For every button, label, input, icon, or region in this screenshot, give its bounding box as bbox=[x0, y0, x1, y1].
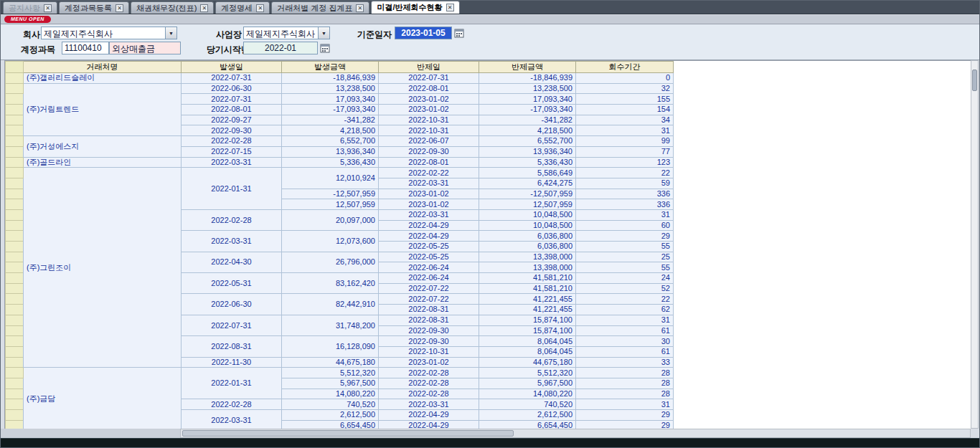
vertical-scrollbar[interactable] bbox=[971, 60, 979, 429]
row-selector[interactable] bbox=[6, 346, 24, 357]
table-cell[interactable]: 2022-08-31 bbox=[379, 315, 479, 325]
table-cell[interactable]: 2022-10-31 bbox=[379, 346, 479, 357]
table-cell[interactable]: 2022-08-01 bbox=[379, 83, 479, 94]
table-cell[interactable]: 6,654,450 bbox=[282, 420, 379, 429]
table-cell[interactable]: 6,424,275 bbox=[479, 178, 576, 189]
table-cell[interactable]: 24 bbox=[576, 273, 674, 284]
column-header[interactable]: 발생금액 bbox=[282, 62, 379, 73]
table-cell[interactable]: 52 bbox=[576, 283, 674, 294]
table-cell[interactable]: 61 bbox=[576, 325, 674, 336]
table-cell[interactable]: 2022-02-28 bbox=[379, 389, 479, 399]
table-cell[interactable]: 14,080,220 bbox=[282, 389, 379, 399]
table-cell[interactable]: 31 bbox=[576, 399, 674, 410]
table-cell[interactable]: (주)거림트렌드 bbox=[24, 83, 182, 135]
table-cell[interactable]: (주)거성에스지 bbox=[24, 136, 182, 157]
row-selector[interactable] bbox=[6, 199, 24, 210]
table-cell[interactable]: 77 bbox=[576, 146, 674, 157]
row-selector[interactable] bbox=[6, 399, 24, 410]
table-cell[interactable]: 155 bbox=[576, 94, 674, 105]
table-cell[interactable]: 44,675,180 bbox=[479, 357, 576, 368]
table-cell[interactable]: 2022-06-30 bbox=[182, 294, 282, 315]
table-cell[interactable]: -17,093,340 bbox=[282, 105, 379, 115]
table-cell[interactable]: 13,936,340 bbox=[282, 146, 379, 157]
row-selector[interactable] bbox=[6, 94, 24, 105]
table-cell[interactable]: -12,507,959 bbox=[282, 189, 379, 199]
row-selector[interactable] bbox=[6, 283, 24, 294]
row-selector[interactable] bbox=[6, 378, 24, 389]
tab-2[interactable]: 채권채무장(전표)✕ bbox=[131, 1, 214, 14]
table-cell[interactable]: 55 bbox=[576, 262, 674, 273]
table-cell[interactable]: 29 bbox=[576, 231, 674, 242]
table-cell[interactable]: 13,238,500 bbox=[479, 83, 576, 94]
row-selector[interactable] bbox=[6, 146, 24, 157]
row-selector[interactable] bbox=[6, 168, 24, 178]
table-cell[interactable]: 29 bbox=[576, 410, 674, 421]
row-selector[interactable] bbox=[6, 389, 24, 399]
table-cell[interactable]: 2022-02-28 bbox=[182, 209, 282, 230]
table-cell[interactable]: 2022-03-31 bbox=[379, 399, 479, 410]
company-select[interactable]: 제일제지주식회사 ▼ bbox=[41, 27, 177, 39]
table-cell[interactable]: 13,398,000 bbox=[479, 252, 576, 262]
calendar-icon[interactable] bbox=[320, 43, 330, 53]
table-cell[interactable]: 17,093,340 bbox=[479, 94, 576, 105]
table-cell[interactable]: 62 bbox=[576, 305, 674, 315]
table-cell[interactable]: 41,581,210 bbox=[479, 273, 576, 284]
table-cell[interactable]: 28 bbox=[576, 389, 674, 399]
table-cell[interactable]: 34 bbox=[576, 115, 674, 125]
column-header[interactable]: 반제금액 bbox=[479, 62, 576, 73]
table-cell[interactable]: 2022-09-30 bbox=[182, 125, 282, 136]
table-cell[interactable]: 2023-01-02 bbox=[379, 105, 479, 115]
row-selector[interactable] bbox=[6, 189, 24, 199]
table-cell[interactable]: 2022-01-31 bbox=[182, 168, 282, 210]
row-selector[interactable] bbox=[6, 83, 24, 94]
table-cell[interactable]: 2022-09-30 bbox=[379, 146, 479, 157]
select-all-header[interactable] bbox=[6, 62, 24, 73]
vertical-scrollbar-thumb[interactable] bbox=[972, 70, 977, 91]
column-header[interactable]: 회수기간 bbox=[576, 62, 674, 73]
table-cell[interactable]: 2023-01-02 bbox=[379, 357, 479, 368]
table-cell[interactable]: 2022-07-15 bbox=[182, 146, 282, 157]
table-cell[interactable]: 2022-06-24 bbox=[379, 273, 479, 284]
table-cell[interactable]: 2022-04-29 bbox=[379, 410, 479, 421]
chevron-down-icon[interactable]: ▼ bbox=[165, 27, 176, 39]
table-cell[interactable]: 22 bbox=[576, 294, 674, 305]
table-cell[interactable]: 10,048,500 bbox=[479, 209, 576, 220]
row-selector[interactable] bbox=[6, 209, 24, 220]
table-cell[interactable]: 6,036,800 bbox=[479, 242, 576, 252]
table-cell[interactable]: 2022-08-01 bbox=[182, 105, 282, 115]
table-cell[interactable]: 2022-02-28 bbox=[182, 136, 282, 147]
table-cell[interactable]: 2022-08-01 bbox=[379, 157, 479, 168]
row-selector[interactable] bbox=[6, 305, 24, 315]
horizontal-scrollbar-thumb[interactable] bbox=[182, 430, 514, 437]
table-cell[interactable]: 28 bbox=[576, 368, 674, 378]
table-cell[interactable]: 2023-01-02 bbox=[379, 94, 479, 105]
table-cell[interactable]: 17,093,340 bbox=[282, 94, 379, 105]
table-cell[interactable]: 4,218,500 bbox=[479, 125, 576, 136]
tab-5[interactable]: 미결/반제회수현황✕ bbox=[371, 1, 459, 14]
tab-close-icon[interactable]: ✕ bbox=[446, 4, 454, 11]
row-selector[interactable] bbox=[6, 336, 24, 347]
table-cell[interactable]: 2022-08-31 bbox=[379, 305, 479, 315]
account-code-input[interactable]: 11100410 bbox=[62, 42, 109, 54]
table-cell[interactable]: 13,238,500 bbox=[282, 83, 379, 94]
table-cell[interactable]: 2022-04-29 bbox=[379, 420, 479, 429]
row-selector[interactable] bbox=[6, 357, 24, 368]
table-cell[interactable]: 2022-03-31 bbox=[182, 410, 282, 429]
table-cell[interactable]: 5,336,430 bbox=[479, 157, 576, 168]
table-cell[interactable]: 2022-07-31 bbox=[182, 73, 282, 84]
table-cell[interactable]: 4,218,500 bbox=[282, 125, 379, 136]
base-date-input[interactable]: 2023-01-05 bbox=[395, 27, 452, 39]
table-cell[interactable]: 2022-07-31 bbox=[182, 94, 282, 105]
tab-close-icon[interactable]: ✕ bbox=[44, 4, 52, 12]
table-cell[interactable]: 30 bbox=[576, 336, 674, 347]
table-cell[interactable]: 22 bbox=[576, 168, 674, 178]
table-cell[interactable]: 6,552,700 bbox=[479, 136, 576, 147]
table-cell[interactable]: (주)골드라인 bbox=[24, 157, 182, 168]
horizontal-scrollbar[interactable] bbox=[180, 429, 971, 438]
table-cell[interactable]: 2022-04-29 bbox=[379, 231, 479, 242]
table-cell[interactable]: 2022-11-30 bbox=[182, 357, 282, 368]
table-cell[interactable]: 14,080,220 bbox=[479, 389, 576, 399]
table-cell[interactable]: 60 bbox=[576, 220, 674, 231]
table-cell[interactable]: 61 bbox=[576, 346, 674, 357]
tab-close-icon[interactable]: ✕ bbox=[200, 4, 208, 12]
